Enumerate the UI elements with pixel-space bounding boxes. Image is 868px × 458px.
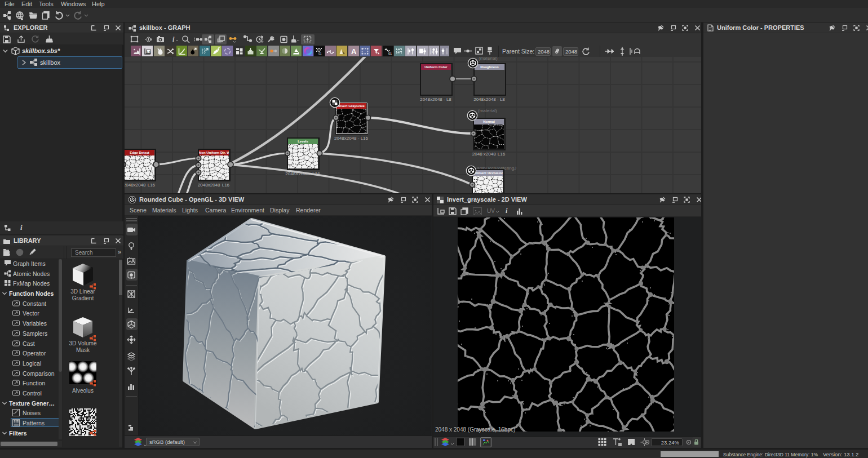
- svg-text:A: A: [351, 47, 357, 55]
- svg-text:01: 01: [318, 51, 322, 55]
- svg-text:4: 4: [432, 50, 433, 54]
- svg-text:0.5: 0.5: [147, 50, 151, 53]
- svg-text:i: i: [172, 35, 175, 43]
- svg-text:01: 01: [388, 51, 392, 55]
